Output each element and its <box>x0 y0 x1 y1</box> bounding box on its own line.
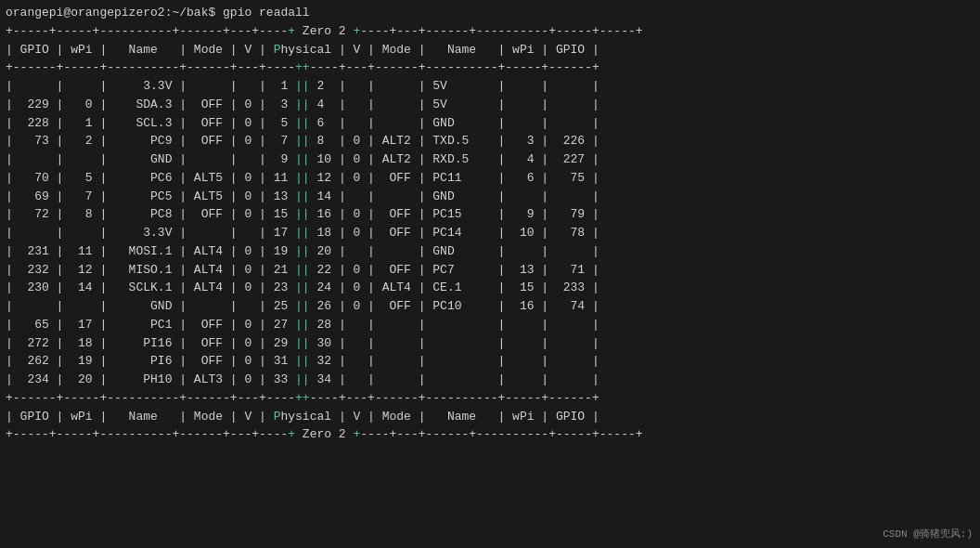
row-3: | 228 | 1 | SCL.3 | OFF | 0 | 5 || 6 | |… <box>6 114 974 133</box>
command-line: orangepi@orangepizero2:~/bak$ gpio reada… <box>6 4 974 22</box>
border-bottom: +------+-----+----------+------+---+----… <box>6 389 974 408</box>
row-7: | 69 | 7 | PC5 | ALT5 | 0 | 13 || 14 | |… <box>6 188 974 206</box>
row-4: | 73 | 2 | PC9 | OFF | 0 | 7 || 8 | 0 | … <box>6 132 974 150</box>
row-11: | 232 | 12 | MISO.1 | ALT4 | 0 | 21 || 2… <box>6 261 974 280</box>
row-1: | | | 3.3V | | | 1 || 2 | | | 5V | | | <box>6 77 974 96</box>
row-13: | | | GND | | | 25 || 26 | 0 | OFF | PC1… <box>6 297 974 316</box>
row-12: | 230 | 14 | SCLK.1 | ALT4 | 0 | 23 || 2… <box>6 279 974 297</box>
border-top: +-----+-----+----------+------+---+----+… <box>6 22 974 41</box>
row-14: | 65 | 17 | PC1 | OFF | 0 | 27 || 28 | |… <box>6 316 974 334</box>
row-6: | 70 | 5 | PC6 | ALT5 | 0 | 11 || 12 | 0… <box>6 169 974 188</box>
terminal: orangepi@orangepizero2:~/bak$ gpio reada… <box>0 0 980 548</box>
header-row: | GPIO | wPi | Name | Mode | V | Physica… <box>6 41 974 59</box>
row-8: | 72 | 8 | PC8 | OFF | 0 | 15 || 16 | 0 … <box>6 205 974 224</box>
row-9: | | | 3.3V | | | 17 || 18 | 0 | OFF | PC… <box>6 224 974 242</box>
row-10: | 231 | 11 | MOSI.1 | ALT4 | 0 | 19 || 2… <box>6 242 974 261</box>
border-header: +------+-----+----------+------+---+----… <box>6 59 974 77</box>
watermark: CSDN @骑猪兜风:) <box>883 527 973 541</box>
row-17: | 234 | 20 | PH10 | ALT3 | 0 | 33 || 34 … <box>6 371 974 389</box>
footer-header: | GPIO | wPi | Name | Mode | V | Physica… <box>6 408 974 426</box>
row-2: | 229 | 0 | SDA.3 | OFF | 0 | 3 || 4 | |… <box>6 96 974 114</box>
row-15: | 272 | 18 | PI16 | OFF | 0 | 29 || 30 |… <box>6 334 974 353</box>
border-footer: +-----+-----+----------+------+---+----+… <box>6 425 974 444</box>
row-5: | | | GND | | | 9 || 10 | 0 | ALT2 | RXD… <box>6 150 974 169</box>
row-16: | 262 | 19 | PI6 | OFF | 0 | 31 || 32 | … <box>6 352 974 371</box>
